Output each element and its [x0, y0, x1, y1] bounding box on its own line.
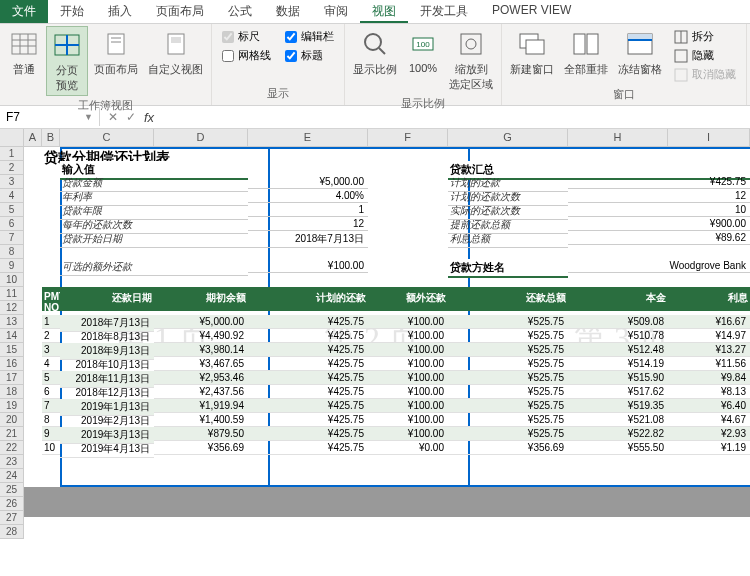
cell[interactable]: 4: [42, 357, 60, 371]
row-header[interactable]: 14: [0, 329, 24, 343]
row-header[interactable]: 16: [0, 357, 24, 371]
normal-view-button[interactable]: 普通: [4, 26, 44, 79]
tab-data[interactable]: 数据: [264, 0, 312, 23]
cell[interactable]: 利息总额: [448, 231, 568, 248]
row-header[interactable]: 18: [0, 385, 24, 399]
cell[interactable]: ¥14.97: [668, 329, 750, 343]
cell[interactable]: ¥5,000.00: [154, 315, 248, 329]
cell[interactable]: ¥1,919.94: [154, 399, 248, 413]
cell[interactable]: ¥425.75: [568, 175, 750, 189]
cell[interactable]: 2019年4月13日: [60, 441, 154, 458]
page-layout-button[interactable]: 页面布局: [90, 26, 142, 79]
headings-checkbox[interactable]: 标题: [281, 47, 338, 64]
col-header[interactable]: I: [668, 129, 750, 146]
tab-insert[interactable]: 插入: [96, 0, 144, 23]
cell[interactable]: ¥425.75: [248, 385, 368, 399]
cell[interactable]: ¥517.62: [568, 385, 668, 399]
accept-formula-icon[interactable]: ✓: [126, 110, 136, 124]
cell[interactable]: 12: [568, 189, 750, 203]
row-header[interactable]: 20: [0, 413, 24, 427]
tab-power[interactable]: POWER VIEW: [480, 0, 583, 23]
row-header[interactable]: 22: [0, 441, 24, 455]
cell[interactable]: Woodgrove Bank: [568, 259, 750, 273]
row-header[interactable]: 5: [0, 203, 24, 217]
cell[interactable]: ¥525.75: [448, 371, 568, 385]
cell[interactable]: 12: [248, 217, 368, 231]
row-header[interactable]: 26: [0, 497, 24, 511]
cell[interactable]: ¥9.84: [668, 371, 750, 385]
cell[interactable]: ¥525.75: [448, 357, 568, 371]
cell[interactable]: ¥425.75: [248, 413, 368, 427]
cell[interactable]: ¥6.40: [668, 399, 750, 413]
cell[interactable]: 贷款方姓名: [448, 259, 568, 278]
select-all-corner[interactable]: [0, 129, 24, 146]
unhide-button[interactable]: 取消隐藏: [670, 66, 740, 83]
cell[interactable]: PMTNO: [42, 287, 60, 311]
cell[interactable]: ¥525.75: [448, 385, 568, 399]
tab-dev[interactable]: 开发工具: [408, 0, 480, 23]
cell[interactable]: 还款日期: [60, 287, 154, 311]
cell[interactable]: ¥525.75: [448, 413, 568, 427]
cell[interactable]: ¥521.08: [568, 413, 668, 427]
cell[interactable]: ¥100.00: [368, 399, 448, 413]
cell[interactable]: ¥100.00: [368, 315, 448, 329]
cell[interactable]: ¥879.50: [154, 427, 248, 441]
cell[interactable]: 8: [42, 413, 60, 427]
zoom-selection-button[interactable]: 缩放到 选定区域: [445, 26, 497, 94]
cell[interactable]: ¥519.35: [568, 399, 668, 413]
cell[interactable]: ¥512.48: [568, 343, 668, 357]
fx-icon[interactable]: fx: [144, 110, 154, 125]
cell[interactable]: ¥100.00: [368, 329, 448, 343]
tab-file[interactable]: 文件: [0, 0, 48, 23]
zoom-100-button[interactable]: 100 100%: [403, 26, 443, 76]
chevron-down-icon[interactable]: ▼: [84, 112, 93, 122]
cell[interactable]: ¥3,980.14: [154, 343, 248, 357]
col-header[interactable]: C: [60, 129, 154, 146]
row-header[interactable]: 9: [0, 259, 24, 273]
cell[interactable]: ¥4,490.92: [154, 329, 248, 343]
cell[interactable]: ¥525.75: [448, 399, 568, 413]
cell[interactable]: 本金: [568, 287, 668, 311]
col-header[interactable]: E: [248, 129, 368, 146]
cancel-formula-icon[interactable]: ✕: [108, 110, 118, 124]
row-header[interactable]: 1: [0, 147, 24, 161]
col-header[interactable]: B: [42, 129, 60, 146]
cell[interactable]: 10: [568, 203, 750, 217]
tab-view[interactable]: 视图: [360, 0, 408, 23]
cell[interactable]: ¥356.69: [448, 441, 568, 455]
name-box[interactable]: F7 ▼: [0, 108, 100, 126]
cell[interactable]: 还款总额: [448, 287, 568, 311]
cell[interactable]: 贷款开始日期: [60, 231, 248, 248]
col-header[interactable]: G: [448, 129, 568, 146]
cell[interactable]: 6: [42, 385, 60, 399]
cell[interactable]: ¥425.75: [248, 441, 368, 455]
cell[interactable]: ¥525.75: [448, 329, 568, 343]
cell[interactable]: ¥3,467.65: [154, 357, 248, 371]
tab-review[interactable]: 审阅: [312, 0, 360, 23]
cell[interactable]: ¥100.00: [368, 385, 448, 399]
row-header[interactable]: 15: [0, 343, 24, 357]
cell[interactable]: ¥425.75: [248, 343, 368, 357]
cell[interactable]: 期初余额: [154, 287, 248, 311]
spreadsheet-grid[interactable]: ABCDEFGHI 123456789101112131415161718192…: [0, 129, 750, 539]
cell[interactable]: ¥900.00: [568, 217, 750, 231]
cell[interactable]: ¥1.19: [668, 441, 750, 455]
cell[interactable]: ¥514.19: [568, 357, 668, 371]
cell[interactable]: ¥11.56: [668, 357, 750, 371]
cell[interactable]: ¥525.75: [448, 427, 568, 441]
col-header[interactable]: H: [568, 129, 668, 146]
arrange-all-button[interactable]: 全部重排: [560, 26, 612, 79]
cell[interactable]: ¥1,400.59: [154, 413, 248, 427]
cell[interactable]: 计划的还款: [248, 287, 368, 311]
tab-formula[interactable]: 公式: [216, 0, 264, 23]
cell[interactable]: ¥5,000.00: [248, 175, 368, 189]
row-header[interactable]: 12: [0, 301, 24, 315]
cell[interactable]: ¥555.50: [568, 441, 668, 455]
freeze-panes-button[interactable]: 冻结窗格: [614, 26, 666, 79]
cell[interactable]: ¥515.90: [568, 371, 668, 385]
cell[interactable]: ¥89.62: [568, 231, 750, 245]
row-header[interactable]: 19: [0, 399, 24, 413]
cell[interactable]: ¥510.78: [568, 329, 668, 343]
cell[interactable]: ¥522.82: [568, 427, 668, 441]
cell[interactable]: ¥8.13: [668, 385, 750, 399]
